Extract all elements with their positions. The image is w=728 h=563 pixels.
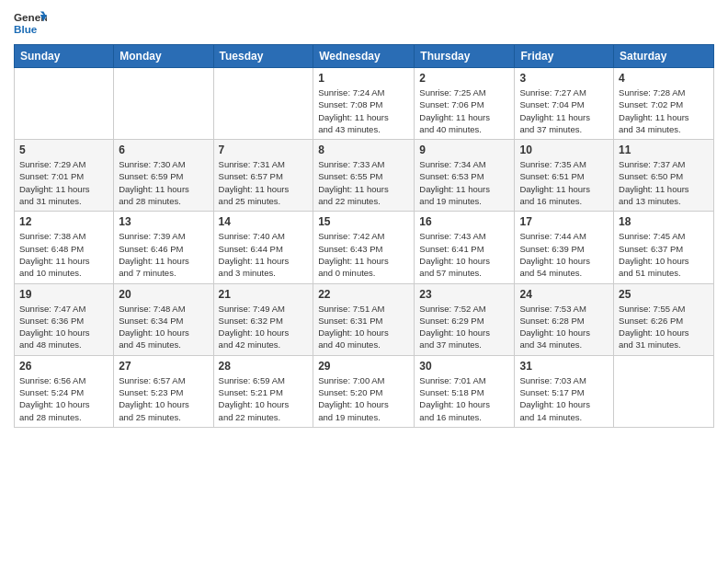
calendar-cell: 4Sunrise: 7:28 AM Sunset: 7:02 PM Daylig… (614, 68, 714, 140)
day-info: Sunrise: 7:28 AM Sunset: 7:02 PM Dayligh… (619, 86, 709, 135)
day-number: 30 (419, 360, 509, 373)
calendar-cell: 18Sunrise: 7:45 AM Sunset: 6:37 PM Dayli… (614, 212, 714, 283)
weekday-header: Saturday (614, 45, 714, 68)
calendar-cell: 28Sunrise: 6:59 AM Sunset: 5:21 PM Dayli… (213, 355, 313, 427)
day-number: 8 (318, 144, 409, 156)
calendar-cell (114, 68, 213, 140)
calendar-cell: 31Sunrise: 7:03 AM Sunset: 5:17 PM Dayli… (515, 355, 614, 427)
day-info: Sunrise: 7:29 AM Sunset: 7:01 PM Dayligh… (19, 158, 108, 207)
day-number: 16 (419, 215, 509, 228)
day-info: Sunrise: 7:27 AM Sunset: 7:04 PM Dayligh… (519, 86, 609, 135)
day-info: Sunrise: 6:59 AM Sunset: 5:21 PM Dayligh… (219, 374, 309, 423)
calendar-cell: 20Sunrise: 7:48 AM Sunset: 6:34 PM Dayli… (114, 283, 213, 355)
calendar-cell: 24Sunrise: 7:53 AM Sunset: 6:28 PM Dayli… (515, 283, 614, 355)
day-number: 10 (519, 144, 609, 156)
day-number: 3 (519, 72, 609, 85)
day-info: Sunrise: 7:38 AM Sunset: 6:48 PM Dayligh… (19, 230, 108, 279)
calendar-cell (213, 68, 313, 140)
weekday-header: Sunday (15, 45, 114, 68)
day-number: 6 (119, 144, 208, 156)
calendar-cell (614, 355, 714, 427)
calendar-cell: 9Sunrise: 7:34 AM Sunset: 6:53 PM Daylig… (415, 140, 515, 212)
day-number: 7 (219, 144, 309, 156)
calendar-cell: 7Sunrise: 7:31 AM Sunset: 6:57 PM Daylig… (213, 140, 313, 212)
weekday-header: Tuesday (213, 45, 313, 68)
day-number: 19 (19, 288, 108, 301)
day-info: Sunrise: 7:30 AM Sunset: 6:59 PM Dayligh… (119, 158, 208, 207)
page: General Blue SundayMondayTuesdayWednesda… (0, 0, 728, 563)
day-number: 9 (419, 144, 509, 156)
calendar-cell: 11Sunrise: 7:37 AM Sunset: 6:50 PM Dayli… (614, 140, 714, 212)
calendar-cell: 6Sunrise: 7:30 AM Sunset: 6:59 PM Daylig… (114, 140, 213, 212)
day-info: Sunrise: 7:35 AM Sunset: 6:51 PM Dayligh… (519, 158, 609, 207)
day-info: Sunrise: 7:24 AM Sunset: 7:08 PM Dayligh… (318, 86, 409, 135)
calendar-cell: 29Sunrise: 7:00 AM Sunset: 5:20 PM Dayli… (313, 355, 415, 427)
calendar-cell: 16Sunrise: 7:43 AM Sunset: 6:41 PM Dayli… (415, 212, 515, 283)
svg-text:Blue: Blue (14, 23, 38, 35)
day-info: Sunrise: 7:52 AM Sunset: 6:29 PM Dayligh… (419, 303, 509, 351)
day-info: Sunrise: 7:33 AM Sunset: 6:55 PM Dayligh… (318, 158, 409, 207)
day-info: Sunrise: 7:31 AM Sunset: 6:57 PM Dayligh… (219, 158, 309, 207)
day-number: 22 (318, 288, 409, 301)
day-number: 4 (619, 72, 709, 85)
calendar-cell: 17Sunrise: 7:44 AM Sunset: 6:39 PM Dayli… (515, 212, 614, 283)
day-info: Sunrise: 7:01 AM Sunset: 5:18 PM Dayligh… (419, 374, 509, 423)
calendar-week-row: 1Sunrise: 7:24 AM Sunset: 7:08 PM Daylig… (15, 68, 714, 140)
calendar-cell: 26Sunrise: 6:56 AM Sunset: 5:24 PM Dayli… (15, 355, 114, 427)
day-number: 20 (119, 288, 208, 301)
day-number: 2 (419, 72, 509, 85)
day-info: Sunrise: 7:45 AM Sunset: 6:37 PM Dayligh… (619, 230, 709, 279)
calendar-cell: 3Sunrise: 7:27 AM Sunset: 7:04 PM Daylig… (515, 68, 614, 140)
calendar-table: SundayMondayTuesdayWednesdayThursdayFrid… (14, 44, 714, 428)
calendar-week-row: 26Sunrise: 6:56 AM Sunset: 5:24 PM Dayli… (15, 355, 714, 427)
day-number: 13 (119, 215, 208, 228)
day-number: 23 (419, 288, 509, 301)
day-number: 1 (318, 72, 409, 85)
day-info: Sunrise: 7:00 AM Sunset: 5:20 PM Dayligh… (318, 374, 409, 423)
calendar-cell (15, 68, 114, 140)
calendar-cell: 8Sunrise: 7:33 AM Sunset: 6:55 PM Daylig… (313, 140, 415, 212)
day-info: Sunrise: 7:48 AM Sunset: 6:34 PM Dayligh… (119, 303, 208, 351)
logo-icon: General Blue (14, 9, 47, 37)
day-info: Sunrise: 7:39 AM Sunset: 6:46 PM Dayligh… (119, 230, 208, 279)
day-number: 15 (318, 215, 409, 228)
weekday-header: Thursday (415, 45, 515, 68)
calendar-week-row: 5Sunrise: 7:29 AM Sunset: 7:01 PM Daylig… (15, 140, 714, 212)
calendar-cell: 23Sunrise: 7:52 AM Sunset: 6:29 PM Dayli… (415, 283, 515, 355)
day-info: Sunrise: 7:03 AM Sunset: 5:17 PM Dayligh… (519, 374, 609, 423)
day-info: Sunrise: 7:49 AM Sunset: 6:32 PM Dayligh… (219, 303, 309, 351)
calendar-cell: 5Sunrise: 7:29 AM Sunset: 7:01 PM Daylig… (15, 140, 114, 212)
day-number: 29 (318, 360, 409, 373)
header: General Blue (14, 9, 714, 37)
weekday-header: Monday (114, 45, 213, 68)
day-info: Sunrise: 7:44 AM Sunset: 6:39 PM Dayligh… (519, 230, 609, 279)
calendar-cell: 14Sunrise: 7:40 AM Sunset: 6:44 PM Dayli… (213, 212, 313, 283)
day-number: 28 (219, 360, 309, 373)
day-number: 27 (119, 360, 208, 373)
day-info: Sunrise: 7:40 AM Sunset: 6:44 PM Dayligh… (219, 230, 309, 279)
weekday-header-row: SundayMondayTuesdayWednesdayThursdayFrid… (15, 45, 714, 68)
day-info: Sunrise: 7:55 AM Sunset: 6:26 PM Dayligh… (619, 303, 709, 351)
weekday-header: Wednesday (313, 45, 415, 68)
day-number: 24 (519, 288, 609, 301)
day-number: 26 (19, 360, 108, 373)
day-info: Sunrise: 7:47 AM Sunset: 6:36 PM Dayligh… (19, 303, 108, 351)
day-info: Sunrise: 6:57 AM Sunset: 5:23 PM Dayligh… (119, 374, 208, 423)
calendar-cell: 12Sunrise: 7:38 AM Sunset: 6:48 PM Dayli… (15, 212, 114, 283)
day-number: 11 (619, 144, 709, 156)
calendar-cell: 19Sunrise: 7:47 AM Sunset: 6:36 PM Dayli… (15, 283, 114, 355)
calendar-cell: 13Sunrise: 7:39 AM Sunset: 6:46 PM Dayli… (114, 212, 213, 283)
day-number: 17 (519, 215, 609, 228)
logo: General Blue (14, 9, 47, 37)
day-info: Sunrise: 7:34 AM Sunset: 6:53 PM Dayligh… (419, 158, 509, 207)
day-number: 25 (619, 288, 709, 301)
day-number: 5 (19, 144, 108, 156)
calendar-week-row: 19Sunrise: 7:47 AM Sunset: 6:36 PM Dayli… (15, 283, 714, 355)
calendar-cell: 21Sunrise: 7:49 AM Sunset: 6:32 PM Dayli… (213, 283, 313, 355)
day-info: Sunrise: 6:56 AM Sunset: 5:24 PM Dayligh… (19, 374, 108, 423)
day-info: Sunrise: 7:37 AM Sunset: 6:50 PM Dayligh… (619, 158, 709, 207)
day-info: Sunrise: 7:51 AM Sunset: 6:31 PM Dayligh… (318, 303, 409, 351)
calendar-cell: 27Sunrise: 6:57 AM Sunset: 5:23 PM Dayli… (114, 355, 213, 427)
day-info: Sunrise: 7:42 AM Sunset: 6:43 PM Dayligh… (318, 230, 409, 279)
calendar-week-row: 12Sunrise: 7:38 AM Sunset: 6:48 PM Dayli… (15, 212, 714, 283)
